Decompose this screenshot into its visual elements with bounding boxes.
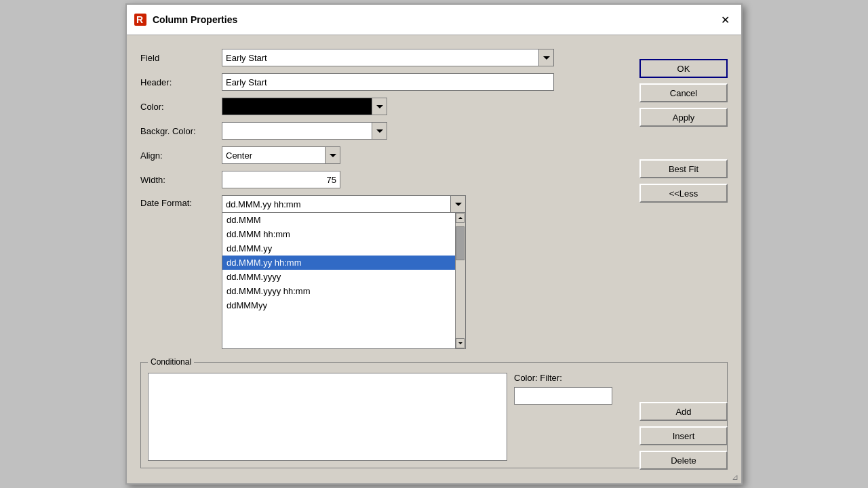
dropdown-item-dd-mmm-yy[interactable]: dd.MMM.yy [222,241,455,256]
resize-handle[interactable]: ⊿ [730,472,740,482]
field-dropdown-button[interactable] [538,49,553,66]
dropdown-item-dd-mmm[interactable]: dd.MMM [222,213,455,227]
align-label: Align: [140,150,222,161]
dropdown-item-dd-mmm-hhmm[interactable]: dd.MMM hh:mm [222,227,455,241]
scroll-up-button[interactable] [456,213,465,223]
close-button[interactable]: ✕ [715,10,734,29]
scrollbar-track[interactable] [455,213,465,348]
color-swatch-container[interactable] [222,98,387,115]
scrollbar-thumb[interactable] [456,226,465,260]
field-label: Field [140,53,222,63]
scroll-down-button[interactable] [456,338,465,348]
title-bar: R Column Properties ✕ [127,5,741,35]
date-format-scrollable[interactable]: dd.MMM dd.MMM hh:mm dd.MMM.yy dd.MMM.yy … [222,213,465,348]
date-format-dropdown-button[interactable] [450,196,465,212]
column-properties-dialog: R Column Properties ✕ Field Early Start … [125,3,743,485]
date-format-list: dd.MMM dd.MMM hh:mm dd.MMM.yy dd.MMM.yy … [222,213,466,349]
color-label: Color: [140,102,222,112]
chevron-down-icon [455,203,462,206]
color-filter-input[interactable] [514,387,612,405]
chevron-down-icon [330,154,336,157]
chevron-down-icon [543,56,550,60]
svg-text:R: R [136,14,143,25]
date-format-label: Date Format: [140,195,222,208]
less-button[interactable]: <<Less [639,184,728,203]
backgr-color-dropdown-button[interactable] [372,123,387,139]
backgr-color-label: Backgr. Color: [140,126,222,136]
conditional-list[interactable] [148,373,507,461]
align-value: Center [222,150,325,161]
align-dropdown[interactable]: Center [222,146,340,164]
chevron-down-icon [376,129,383,133]
best-fit-button[interactable]: Best Fit [639,159,728,178]
dialog-title: Column Properties [153,14,237,25]
field-dropdown[interactable]: Early Start [222,49,554,66]
dropdown-item-ddmmmyy[interactable]: ddMMMyy [222,298,455,312]
conditional-filter-area: Color: Filter: [514,373,612,405]
scroll-down-icon [458,342,462,344]
date-format-container: dd.MMM.yy hh:mm dd.MMM dd.MMM hh:mm dd.M… [222,195,466,213]
right-buttons: OK Cancel Apply Best Fit <<Less [639,59,728,203]
title-bar-left: R Column Properties [134,13,237,26]
ok-button[interactable]: OK [639,59,728,78]
align-dropdown-button[interactable] [325,147,340,163]
dropdown-item-dd-mmm-yyyy-hhmm[interactable]: dd.MMM.yyyy hh:mm [222,284,455,298]
add-button[interactable]: Add [639,402,728,421]
date-format-dropdown[interactable]: dd.MMM.yy hh:mm [222,195,466,213]
date-format-value: dd.MMM.yy hh:mm [222,199,450,209]
conditional-action-buttons: Add Insert Delete [639,402,728,470]
apply-button[interactable]: Apply [639,108,728,127]
backgr-color-swatch-container[interactable] [222,122,387,140]
app-icon: R [134,13,147,26]
dropdown-item-dd-mmm-yy-hhmm[interactable]: dd.MMM.yy hh:mm [222,256,455,270]
insert-button[interactable]: Insert [639,426,728,445]
cancel-button[interactable]: Cancel [639,83,728,102]
backgr-color-swatch [222,123,372,139]
width-label: Width: [140,175,222,185]
color-filter-label: Color: Filter: [514,373,562,383]
dropdown-item-dd-mmm-yyyy[interactable]: dd.MMM.yyyy [222,270,455,284]
field-value: Early Start [222,53,538,63]
color-swatch [222,98,372,115]
chevron-down-icon [376,105,383,108]
conditional-content: Color: Filter: [148,373,720,461]
header-label: Header: [140,77,222,87]
scroll-up-icon [458,217,462,219]
width-input[interactable] [222,171,340,188]
color-dropdown-button[interactable] [372,98,387,115]
delete-button[interactable]: Delete [639,451,728,470]
conditional-section-label: Conditional [148,357,194,367]
header-input[interactable] [222,73,554,91]
